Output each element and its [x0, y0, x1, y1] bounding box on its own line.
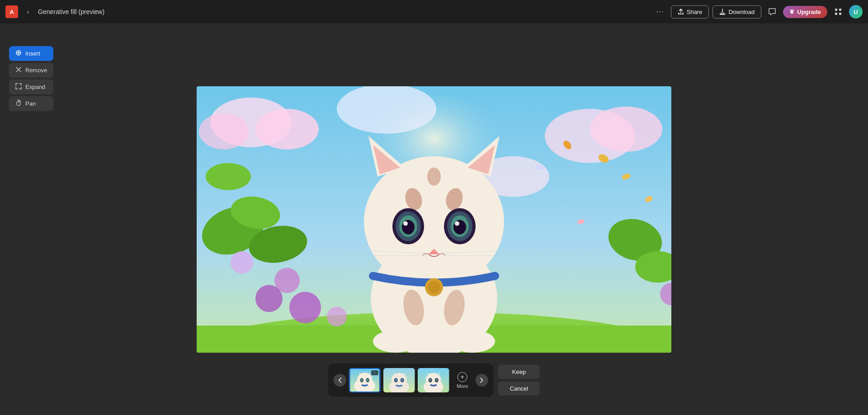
canvas-image [197, 86, 671, 353]
tool-expand[interactable]: Expand [9, 79, 53, 94]
download-button[interactable]: Download [712, 5, 761, 19]
svg-point-8 [255, 109, 319, 149]
tool-remove-label: Remove [25, 67, 47, 74]
chevron-right-icon [480, 378, 484, 383]
svg-point-48 [403, 221, 408, 226]
svg-point-76 [392, 373, 407, 387]
tool-expand-label: Expand [25, 84, 45, 90]
svg-point-20 [289, 292, 321, 323]
svg-point-82 [401, 379, 404, 382]
tool-insert[interactable]: Insert [9, 46, 53, 61]
more-thumbnails-button[interactable]: + More [452, 368, 473, 392]
download-icon [719, 9, 726, 15]
svg-point-9 [199, 113, 249, 149]
bottom-panel: ··· [328, 364, 540, 397]
svg-point-71 [361, 378, 363, 382]
svg-point-91 [435, 379, 438, 382]
svg-rect-2 [835, 13, 837, 15]
svg-point-43 [427, 168, 441, 186]
svg-point-53 [455, 221, 459, 226]
chevron-left-icon [338, 378, 342, 383]
thumbnail-dots[interactable]: ··· [371, 370, 378, 375]
canvas-area: ··· [0, 23, 868, 415]
svg-point-64 [450, 330, 495, 353]
insert-icon [15, 50, 22, 57]
svg-point-73 [366, 378, 369, 382]
svg-point-12 [337, 86, 436, 134]
thumbnail-strip: ··· [328, 364, 494, 397]
svg-point-85 [426, 373, 441, 387]
upgrade-button[interactable]: ♛ Upgrade [783, 6, 827, 18]
action-buttons: Keep Cancel [498, 365, 540, 396]
tool-remove[interactable]: Remove [9, 63, 53, 78]
grid-apps-button[interactable] [831, 5, 845, 19]
chat-button[interactable] [765, 5, 779, 19]
svg-point-60 [428, 281, 440, 294]
svg-point-22 [255, 285, 283, 312]
main-content: Insert Remove Expand Pa [0, 23, 868, 415]
svg-point-19 [206, 163, 251, 190]
pan-icon [15, 100, 22, 107]
share-button[interactable]: Share [671, 5, 709, 19]
svg-rect-0 [835, 9, 837, 11]
thumbnail-3[interactable] [418, 368, 449, 392]
left-toolbar: Insert Remove Expand Pa [9, 46, 53, 111]
app-logo: A [5, 5, 18, 18]
svg-rect-1 [839, 9, 841, 11]
tool-pan-label: Pan [25, 100, 36, 107]
tool-insert-label: Insert [25, 50, 40, 57]
share-icon [678, 9, 684, 15]
page-title: Generative fill (preview) [38, 8, 649, 15]
thumbnail-1[interactable]: ··· [349, 368, 381, 392]
svg-point-89 [429, 379, 431, 382]
svg-point-80 [395, 379, 397, 382]
plus-circle-icon: + [458, 372, 467, 382]
remove-icon [15, 66, 22, 74]
tool-pan[interactable]: Pan [9, 96, 53, 111]
more-options-button[interactable]: ··· [653, 5, 667, 19]
svg-point-23 [327, 307, 347, 326]
back-button[interactable]: ‹ [22, 5, 34, 18]
thumbnail-2[interactable] [383, 368, 415, 392]
more-label: More [457, 383, 468, 389]
strip-next-button[interactable] [476, 374, 488, 387]
svg-point-11 [590, 107, 662, 152]
svg-point-24 [231, 251, 253, 274]
svg-rect-3 [839, 13, 841, 15]
grid-icon [835, 8, 842, 15]
keep-button[interactable]: Keep [498, 365, 540, 379]
svg-point-63 [373, 330, 418, 353]
cancel-button[interactable]: Cancel [498, 382, 540, 396]
canvas-svg [197, 86, 671, 353]
svg-point-67 [357, 373, 372, 386]
expand-icon [15, 83, 22, 91]
strip-prev-button[interactable] [334, 374, 346, 387]
chat-icon [768, 8, 776, 16]
user-avatar[interactable]: U [849, 5, 863, 19]
topbar-right: ··· Share Download ♛ Upgrade [653, 5, 863, 19]
topbar: A ‹ Generative fill (preview) ··· Share … [0, 0, 868, 23]
